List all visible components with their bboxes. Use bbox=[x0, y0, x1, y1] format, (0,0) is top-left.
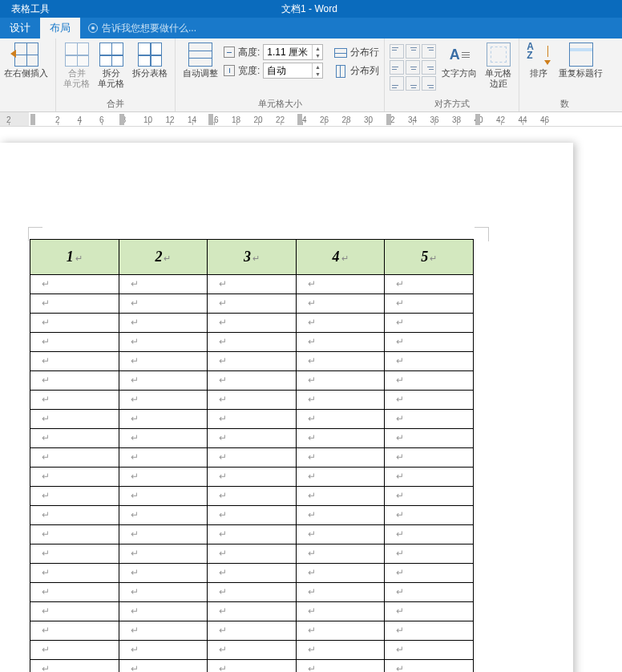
table-row[interactable]: ↵↵↵↵↵ bbox=[30, 583, 474, 602]
table-cell[interactable]: ↵ bbox=[296, 506, 385, 525]
align-bot-left[interactable] bbox=[390, 76, 404, 91]
table-cell[interactable]: ↵ bbox=[208, 564, 297, 583]
distribute-cols-button[interactable]: 分布列 bbox=[334, 64, 379, 78]
table-cell[interactable]: ↵ bbox=[385, 660, 474, 673]
table-cell[interactable]: ↵ bbox=[119, 294, 208, 314]
table-cell[interactable]: ↵ bbox=[30, 391, 119, 410]
table-cell[interactable]: ↵ bbox=[208, 468, 297, 487]
table-row[interactable]: ↵↵↵↵↵ bbox=[30, 468, 474, 487]
table-cell[interactable]: ↵ bbox=[208, 602, 297, 621]
table-cell[interactable]: ↵ bbox=[119, 544, 208, 564]
table-cell[interactable]: ↵ bbox=[30, 583, 119, 602]
table-header-cell[interactable]: 3↵ bbox=[208, 240, 297, 275]
table-cell[interactable]: ↵ bbox=[385, 352, 474, 371]
table-cell[interactable]: ↵ bbox=[296, 352, 385, 371]
table-cell[interactable]: ↵ bbox=[119, 352, 208, 371]
table-cell[interactable]: ↵ bbox=[208, 525, 297, 544]
table-cell[interactable]: ↵ bbox=[30, 352, 119, 371]
table-cell[interactable]: ↵ bbox=[296, 294, 385, 314]
table-cell[interactable]: ↵ bbox=[119, 621, 208, 641]
table-cell[interactable]: ↵ bbox=[208, 506, 297, 525]
table-row[interactable]: ↵↵↵↵↵ bbox=[30, 294, 474, 314]
ruler-column-marker[interactable] bbox=[119, 114, 124, 125]
row-height-input[interactable]: ▲▼ bbox=[263, 44, 323, 60]
insert-right-button[interactable]: 在右侧插入 bbox=[2, 41, 50, 80]
align-bot-center[interactable] bbox=[406, 76, 420, 91]
table-cell[interactable]: ↵ bbox=[119, 333, 208, 352]
table-header-cell[interactable]: 4↵ bbox=[296, 240, 385, 275]
table-cell[interactable]: ↵ bbox=[119, 429, 208, 448]
align-mid-center[interactable] bbox=[406, 60, 420, 75]
table-cell[interactable]: ↵ bbox=[208, 391, 297, 410]
table-row[interactable]: ↵↵↵↵↵ bbox=[30, 391, 474, 410]
table-cell[interactable]: ↵ bbox=[30, 544, 119, 564]
table-cell[interactable]: ↵ bbox=[119, 487, 208, 506]
table-cell[interactable]: ↵ bbox=[119, 410, 208, 429]
split-table-button[interactable]: 拆分表格 bbox=[130, 41, 170, 80]
align-bot-right[interactable] bbox=[422, 76, 436, 91]
table-cell[interactable]: ↵ bbox=[119, 448, 208, 468]
table-cell[interactable]: ↵ bbox=[30, 333, 119, 352]
table-cell[interactable]: ↵ bbox=[296, 544, 385, 564]
table-row[interactable]: ↵↵↵↵↵ bbox=[30, 564, 474, 583]
table-cell[interactable]: ↵ bbox=[385, 564, 474, 583]
table-cell[interactable]: ↵ bbox=[385, 410, 474, 429]
sort-button[interactable]: AZ 排序 bbox=[524, 41, 553, 80]
height-down[interactable]: ▼ bbox=[312, 52, 322, 59]
table-cell[interactable]: ↵ bbox=[385, 429, 474, 448]
table-cell[interactable]: ↵ bbox=[385, 275, 474, 294]
table-cell[interactable]: ↵ bbox=[30, 621, 119, 641]
table-cell[interactable]: ↵ bbox=[208, 352, 297, 371]
table-row[interactable]: ↵↵↵↵↵ bbox=[30, 525, 474, 544]
table-row[interactable]: ↵↵↵↵↵ bbox=[30, 314, 474, 333]
table-cell[interactable]: ↵ bbox=[296, 429, 385, 448]
table-cell[interactable]: ↵ bbox=[208, 641, 297, 660]
table-cell[interactable]: ↵ bbox=[208, 314, 297, 333]
table-cell[interactable]: ↵ bbox=[30, 314, 119, 333]
table-cell[interactable]: ↵ bbox=[385, 641, 474, 660]
table-cell[interactable]: ↵ bbox=[385, 294, 474, 314]
table-cell[interactable]: ↵ bbox=[296, 525, 385, 544]
table-cell[interactable]: ↵ bbox=[296, 660, 385, 673]
text-direction-button[interactable]: A 文字方向 bbox=[439, 41, 479, 80]
table-cell[interactable]: ↵ bbox=[30, 564, 119, 583]
col-width-input[interactable]: ▲▼ bbox=[263, 63, 323, 79]
table-cell[interactable]: ↵ bbox=[296, 641, 385, 660]
ruler-column-marker[interactable] bbox=[386, 114, 391, 125]
table-cell[interactable]: ↵ bbox=[208, 294, 297, 314]
table-cell[interactable]: ↵ bbox=[208, 660, 297, 673]
ruler-column-marker[interactable] bbox=[30, 114, 35, 125]
table-cell[interactable]: ↵ bbox=[30, 410, 119, 429]
table-row[interactable]: ↵↵↵↵↵ bbox=[30, 621, 474, 641]
table-cell[interactable]: ↵ bbox=[119, 564, 208, 583]
table-cell[interactable]: ↵ bbox=[119, 314, 208, 333]
cell-margins-button[interactable]: 单元格 边距 bbox=[483, 41, 514, 91]
table-cell[interactable]: ↵ bbox=[385, 506, 474, 525]
table-cell[interactable]: ↵ bbox=[296, 583, 385, 602]
table-cell[interactable]: ↵ bbox=[119, 525, 208, 544]
align-top-center[interactable] bbox=[406, 44, 420, 59]
distribute-rows-button[interactable]: 分布行 bbox=[334, 46, 379, 59]
table-cell[interactable]: ↵ bbox=[208, 544, 297, 564]
table-row[interactable]: ↵↵↵↵↵ bbox=[30, 333, 474, 352]
table-cell[interactable]: ↵ bbox=[119, 506, 208, 525]
table-cell[interactable]: ↵ bbox=[30, 429, 119, 448]
table-cell[interactable]: ↵ bbox=[296, 371, 385, 391]
table-row[interactable]: ↵↵↵↵↵ bbox=[30, 660, 474, 673]
table-row[interactable]: ↵↵↵↵↵ bbox=[30, 506, 474, 525]
height-up[interactable]: ▲ bbox=[312, 45, 322, 52]
align-top-left[interactable] bbox=[390, 44, 404, 59]
table-cell[interactable]: ↵ bbox=[296, 275, 385, 294]
table-cell[interactable]: ↵ bbox=[30, 275, 119, 294]
table-cell[interactable]: ↵ bbox=[296, 621, 385, 641]
table-cell[interactable]: ↵ bbox=[296, 333, 385, 352]
table-cell[interactable]: ↵ bbox=[385, 583, 474, 602]
table-cell[interactable]: ↵ bbox=[208, 410, 297, 429]
table-cell[interactable]: ↵ bbox=[385, 621, 474, 641]
table-cell[interactable]: ↵ bbox=[30, 487, 119, 506]
table-row[interactable]: ↵↵↵↵↵ bbox=[30, 602, 474, 621]
table-cell[interactable]: ↵ bbox=[30, 506, 119, 525]
table-cell[interactable]: ↵ bbox=[30, 294, 119, 314]
table-cell[interactable]: ↵ bbox=[119, 660, 208, 673]
tab-layout[interactable]: 布局 bbox=[40, 18, 80, 38]
